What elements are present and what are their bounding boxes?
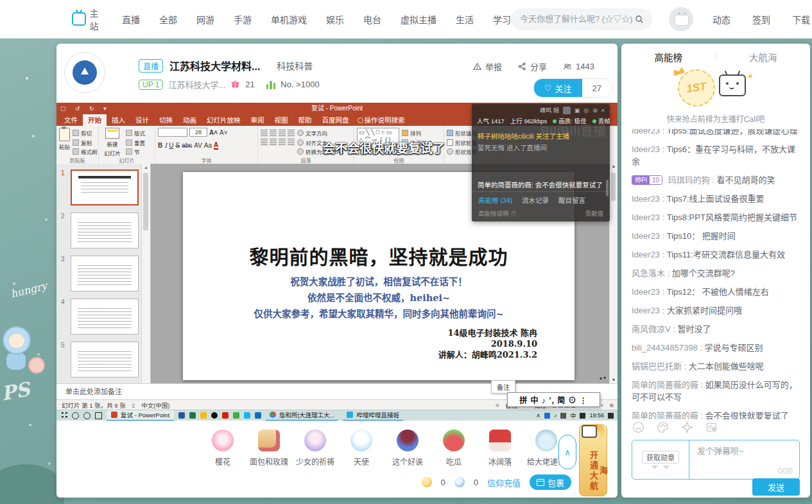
grow-font-button[interactable]: A˄ bbox=[209, 129, 218, 136]
nav-item[interactable]: 学习 bbox=[493, 13, 511, 26]
ppt-ribbon-tab[interactable]: 百度网盘 bbox=[317, 114, 354, 126]
gift-item[interactable]: 吃瓜 bbox=[431, 430, 477, 467]
new-slide-button[interactable]: 新建幻灯片 bbox=[101, 128, 123, 157]
format-painter-button[interactable]: 格式刷 bbox=[73, 148, 98, 155]
medal-chip[interactable]: 获取勋章 bbox=[642, 451, 679, 464]
tray-icon[interactable] bbox=[580, 413, 585, 419]
nav-right-item[interactable]: 签到 bbox=[752, 13, 770, 26]
ppt-ribbon-tab[interactable]: 文件 bbox=[59, 114, 83, 126]
app-icon[interactable] bbox=[255, 412, 261, 419]
align-right-button[interactable] bbox=[279, 139, 286, 145]
overlay-tab-flow[interactable]: 流水记录 bbox=[522, 195, 549, 205]
gift-expand-button[interactable]: ∧ bbox=[558, 435, 576, 469]
overlay-tab-rank[interactable]: 高能榜 (34) bbox=[478, 195, 512, 205]
slide-scrollbar[interactable]: ▲▼ bbox=[609, 164, 618, 383]
reset-button[interactable]: 重置 bbox=[126, 139, 145, 146]
font-color-button[interactable]: A bbox=[214, 141, 218, 150]
align-text-button[interactable]: 对齐文本 bbox=[297, 139, 343, 146]
video-player[interactable]: ▢ ↺ ↻ ▾ 复试 - PowerPoint 文件开始插入设计切换动画幻灯片放… bbox=[56, 103, 618, 421]
shadow-button[interactable]: abc bbox=[182, 142, 192, 149]
gift-item[interactable]: 樱花 bbox=[200, 430, 246, 467]
follow-button[interactable]: ♡ 关注 bbox=[534, 79, 582, 97]
explorer-icon[interactable] bbox=[200, 412, 207, 419]
gift-item[interactable]: 面包和玫瑰 bbox=[246, 430, 292, 467]
open-guard-banner[interactable]: 开通大航海 bbox=[579, 424, 607, 496]
app-icon[interactable] bbox=[244, 412, 250, 419]
outdent-button[interactable] bbox=[288, 130, 295, 136]
gift-item[interactable]: 天使 bbox=[338, 430, 384, 467]
cortana-button[interactable] bbox=[83, 412, 91, 419]
tray-expand-icon[interactable]: ∧ bbox=[536, 412, 540, 419]
nav-item[interactable]: 娱乐 bbox=[326, 13, 344, 26]
chat-username[interactable]: 玛琪玛的狗 bbox=[668, 175, 717, 185]
room-category[interactable]: 科技科普 bbox=[277, 59, 313, 72]
nav-right-item[interactable]: 动态 bbox=[713, 13, 730, 26]
shrink-font-button[interactable]: A˅ bbox=[220, 129, 228, 136]
font-size-select[interactable]: 28 bbox=[189, 128, 207, 137]
bold-button[interactable]: B bbox=[158, 142, 162, 149]
change-case-button[interactable]: Aa bbox=[204, 142, 212, 149]
chat-username[interactable]: Ideer23 bbox=[632, 250, 667, 259]
nav-item[interactable]: 手游 bbox=[234, 13, 252, 26]
overlay-minimize-icon[interactable]: ⊚ bbox=[592, 107, 598, 114]
overlay-scrollbar[interactable] bbox=[606, 180, 609, 196]
share-button[interactable]: 分享 bbox=[517, 60, 547, 73]
gift-item[interactable]: 冰阔落 bbox=[477, 430, 523, 467]
slide-thumbnail[interactable]: 4 bbox=[56, 299, 150, 336]
qq-icon[interactable] bbox=[211, 412, 218, 419]
ppt-ribbon-tab[interactable]: 插入 bbox=[107, 114, 130, 126]
chat-username[interactable]: 简单的简蔷薇的薇 bbox=[632, 380, 705, 390]
text-direction-button[interactable]: 文字方向 bbox=[297, 129, 343, 137]
ime-indicator[interactable]: 中 bbox=[570, 412, 576, 420]
slide-thumbnail[interactable]: 3 bbox=[56, 256, 150, 293]
shapes-gallery[interactable]: ▭ ╲ ╲ □ ○ ▭ △ ⌒ ⇨ ⇩ { } bbox=[357, 128, 399, 150]
chat-username[interactable]: 简单的简蔷薇的薇 bbox=[632, 411, 705, 419]
ppt-ribbon-tab[interactable]: 视图 bbox=[270, 114, 293, 126]
slide-thumbnail[interactable]: 2 bbox=[56, 213, 150, 250]
italic-button[interactable]: I bbox=[164, 142, 167, 149]
block-list-icon[interactable] bbox=[705, 421, 718, 434]
nav-item[interactable]: 全部 bbox=[159, 13, 177, 26]
app-icon[interactable] bbox=[233, 412, 239, 419]
search-box[interactable] bbox=[511, 8, 652, 30]
start-button[interactable] bbox=[60, 412, 67, 419]
chat-username[interactable]: Ideer23 bbox=[632, 306, 667, 315]
medal-selector[interactable]: 获取勋章 bbox=[632, 440, 689, 479]
taskbar-browser-window[interactable]: 詹和所|大连理工大... bbox=[266, 410, 338, 421]
chat-username[interactable]: Ideer23 bbox=[632, 194, 667, 204]
nav-item[interactable]: 网游 bbox=[196, 13, 214, 26]
send-button[interactable]: 发送 bbox=[752, 478, 800, 496]
ppt-ribbon-tab[interactable]: 切换 bbox=[154, 114, 178, 126]
slide-thumbnail[interactable]: 1 bbox=[56, 169, 150, 207]
fit-to-window-icon[interactable]: ⊞ bbox=[609, 403, 614, 408]
bullets-button[interactable] bbox=[261, 130, 268, 136]
star-effect-icon[interactable] bbox=[680, 421, 694, 434]
section-button[interactable]: 节 bbox=[126, 148, 145, 155]
style-palette-icon[interactable] bbox=[656, 421, 669, 434]
indent-button[interactable] bbox=[279, 130, 286, 136]
overlay-settings-icon[interactable]: ◎ bbox=[583, 107, 589, 114]
taskbar-livehime-window[interactable]: 哔哩哔哩直播姬 bbox=[343, 410, 403, 421]
emoji-picker-icon[interactable] bbox=[632, 421, 645, 434]
thumbnail-scrollbar[interactable]: ▲ bbox=[141, 164, 150, 383]
nav-item[interactable]: 单机游戏 bbox=[271, 13, 307, 26]
tray-icon[interactable] bbox=[544, 413, 550, 419]
excel-icon[interactable] bbox=[189, 412, 196, 419]
streamer-name[interactable]: 江苏科技大学... bbox=[168, 78, 225, 91]
action-center-icon[interactable] bbox=[608, 413, 614, 419]
chat-username[interactable]: Ideer23 bbox=[632, 129, 667, 135]
report-button[interactable]: 举报 bbox=[472, 60, 502, 73]
nav-item[interactable]: 电台 bbox=[363, 13, 381, 26]
clock[interactable]: 19:56 bbox=[589, 412, 604, 419]
danmaku-input-box[interactable]: 获取勋章 0/20 bbox=[632, 440, 800, 480]
nav-item[interactable]: 直播 bbox=[122, 13, 140, 26]
chat-username[interactable]: 锅锅巴巴托斯 bbox=[632, 361, 689, 371]
align-center-button[interactable] bbox=[270, 139, 277, 145]
ppt-ribbon-tab[interactable]: 操作说明搜索 bbox=[354, 114, 410, 126]
ppt-ribbon-tab[interactable]: 幻灯片放映 bbox=[202, 114, 246, 126]
user-avatar[interactable] bbox=[669, 7, 693, 31]
slide-nav-buttons[interactable]: ▴▾ bbox=[600, 375, 607, 381]
gift-item[interactable]: 这个好诶 bbox=[384, 430, 431, 467]
recharge-link[interactable]: 信仰充值 bbox=[487, 476, 521, 489]
align-left-button[interactable] bbox=[261, 139, 268, 145]
